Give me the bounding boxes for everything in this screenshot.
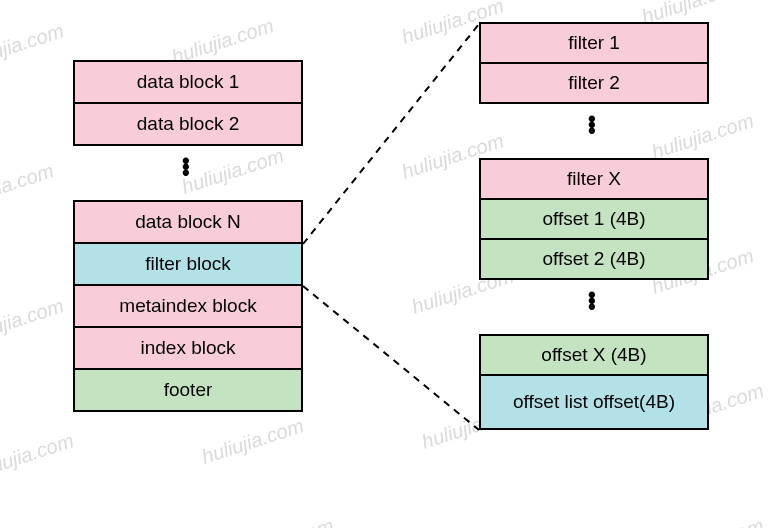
- vdots-right-2: •••: [588, 292, 596, 310]
- svg-line-0: [303, 24, 479, 244]
- right-offset-2: offset 2 (4B): [479, 238, 709, 280]
- svg-line-1: [303, 286, 479, 430]
- left-index-block: index block: [73, 326, 303, 370]
- watermark: huliujia.com: [19, 524, 127, 528]
- left-metaindex-block: metaindex block: [73, 284, 303, 328]
- watermark: huliujia.com: [199, 414, 307, 469]
- watermark: huliujia.com: [0, 429, 77, 484]
- watermark: huliujia.com: [0, 19, 67, 74]
- vdots-left-1: •••: [182, 158, 190, 176]
- right-offset-list-offset: offset list offset(4B): [479, 374, 709, 430]
- right-filter-x: filter X: [479, 158, 709, 200]
- vdots-right-1: •••: [588, 116, 596, 134]
- left-footer: footer: [73, 368, 303, 412]
- left-filter-block: filter block: [73, 242, 303, 286]
- watermark: huliujia.com: [0, 294, 67, 349]
- left-data-block-1: data block 1: [73, 60, 303, 104]
- right-offset-x: offset X (4B): [479, 334, 709, 376]
- watermark: huliujia.com: [0, 159, 57, 214]
- right-offset-1: offset 1 (4B): [479, 198, 709, 240]
- watermark: huliujia.com: [659, 514, 767, 528]
- left-data-block-2: data block 2: [73, 102, 303, 146]
- watermark: huliujia.com: [649, 109, 757, 164]
- watermark: huliujia.com: [179, 144, 287, 199]
- right-filter-2: filter 2: [479, 62, 709, 104]
- right-filter-1: filter 1: [479, 22, 709, 64]
- watermark: huliujia.com: [229, 514, 337, 528]
- left-data-block-n: data block N: [73, 200, 303, 244]
